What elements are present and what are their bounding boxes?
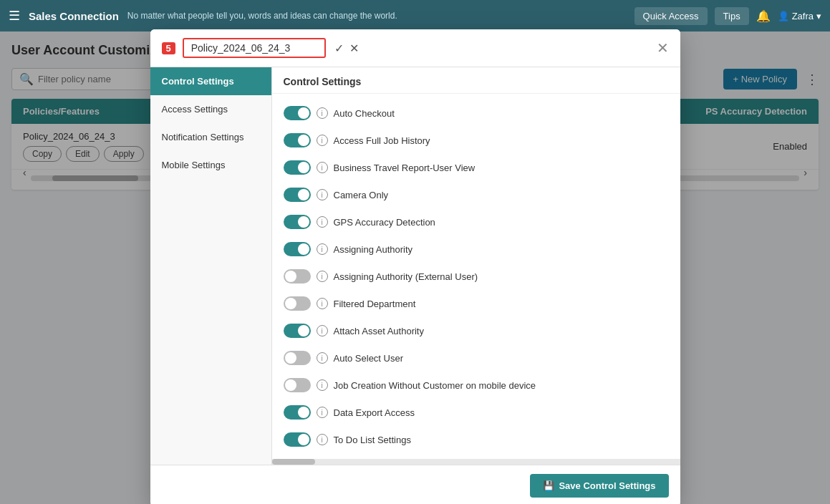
- label-assigning-authority: Assigning Authority: [334, 244, 413, 255]
- horizontal-scroll-thumb[interactable]: [272, 459, 315, 465]
- cancel-edit-icon[interactable]: ✕: [349, 42, 359, 55]
- toggle-camera-only[interactable]: [284, 188, 311, 202]
- toggle-data-export-access[interactable]: [284, 405, 311, 420]
- setting-assigning-authority-external: i Assigning Authority (External User): [272, 263, 680, 290]
- label-assigning-authority-external: Assigning Authority (External User): [334, 271, 478, 282]
- toggle-assigning-authority[interactable]: [284, 242, 311, 256]
- content-header: Control Settings: [272, 67, 680, 94]
- tagline: No matter what people tell you, words an…: [127, 11, 626, 21]
- tips-button[interactable]: Tips: [715, 7, 749, 25]
- info-assigning-authority[interactable]: i: [317, 243, 328, 255]
- modal-sidebar: Control Settings Access Settings Notific…: [150, 67, 272, 465]
- save-control-settings-button[interactable]: 💾 Save Control Settings: [530, 474, 668, 498]
- settings-list: i Auto Checkout i Access Full Job Histor…: [272, 94, 680, 459]
- brand-name: Sales Connection: [29, 10, 119, 22]
- toggle-attach-asset-authority[interactable]: [284, 324, 311, 338]
- info-access-full-job-history[interactable]: i: [317, 135, 328, 146]
- setting-auto-checkout: i Auto Checkout: [272, 100, 680, 127]
- user-avatar-icon: 👤: [778, 11, 789, 21]
- user-name: Zafra: [792, 11, 814, 21]
- toggle-assigning-authority-external[interactable]: [284, 269, 311, 284]
- modal-content-area: Control Settings i Auto Checkout i Acces…: [272, 67, 680, 465]
- tab-number-badge: 5: [162, 42, 175, 54]
- setting-camera-only: i Camera Only: [272, 181, 680, 208]
- sidebar-item-mobile[interactable]: Mobile Settings: [150, 151, 271, 179]
- label-data-export-access: Data Export Access: [334, 407, 415, 418]
- label-business-travel: Business Travel Report-User View: [334, 163, 476, 173]
- info-todo-list[interactable]: i: [317, 434, 328, 445]
- toggle-job-creation[interactable]: [284, 378, 311, 392]
- confirm-icon[interactable]: ✓: [334, 42, 344, 55]
- setting-attach-asset-authority: i Attach Asset Authority: [272, 317, 680, 344]
- label-todo-list: To Do List Settings: [334, 435, 411, 445]
- setting-assigning-authority: i Assigning Authority: [272, 236, 680, 263]
- notification-icon[interactable]: 🔔: [756, 9, 771, 23]
- user-dropdown-chevron: ▾: [816, 11, 821, 21]
- setting-job-creation: i Job Creation Without Customer on mobil…: [272, 372, 680, 399]
- label-access-full-job-history: Access Full Job History: [334, 135, 430, 146]
- label-filtered-department: Filtered Department: [334, 299, 416, 309]
- toggle-todo-list[interactable]: [284, 432, 311, 447]
- info-auto-checkout[interactable]: i: [317, 107, 328, 119]
- modal-footer: 💾 Save Control Settings: [150, 465, 680, 504]
- label-gps-accuracy: GPS Accuracy Detection: [334, 217, 435, 228]
- policy-modal: 5 ✓ ✕ ✕ Control Settings Access Settings…: [150, 29, 680, 504]
- info-gps-accuracy[interactable]: i: [317, 216, 328, 228]
- info-filtered-department[interactable]: i: [317, 298, 328, 309]
- page-background: User Account Customizatio... 🔍 + New Pol…: [0, 32, 830, 504]
- setting-auto-select-user: i Auto Select User: [272, 344, 680, 372]
- info-attach-asset-authority[interactable]: i: [317, 325, 328, 336]
- setting-gps-accuracy: i GPS Accuracy Detection: [272, 208, 680, 236]
- sidebar-item-notification[interactable]: Notification Settings: [150, 123, 271, 151]
- modal-body: Control Settings Access Settings Notific…: [150, 67, 680, 465]
- quick-access-button[interactable]: Quick Access: [634, 7, 708, 25]
- info-job-creation[interactable]: i: [317, 379, 328, 391]
- policy-title-input[interactable]: [183, 38, 326, 58]
- info-auto-select-user[interactable]: i: [317, 352, 328, 364]
- toggle-gps-accuracy[interactable]: [284, 215, 311, 229]
- modal-header: 5 ✓ ✕ ✕: [150, 29, 680, 67]
- toggle-auto-select-user[interactable]: [284, 351, 311, 365]
- setting-business-travel: i Business Travel Report-User View: [272, 154, 680, 181]
- info-business-travel[interactable]: i: [317, 162, 328, 173]
- toggle-access-full-job-history[interactable]: [284, 133, 311, 147]
- modal-overlay: 5 ✓ ✕ ✕ Control Settings Access Settings…: [0, 32, 830, 504]
- label-job-creation: Job Creation Without Customer on mobile …: [334, 380, 536, 391]
- toggle-filtered-department[interactable]: [284, 296, 311, 311]
- sidebar-item-control[interactable]: Control Settings: [150, 67, 271, 95]
- horizontal-scrollbar[interactable]: [272, 459, 680, 465]
- toggle-auto-checkout[interactable]: [284, 106, 311, 120]
- save-icon: 💾: [543, 480, 554, 491]
- setting-data-export-access: i Data Export Access: [272, 399, 680, 426]
- toggle-business-travel[interactable]: [284, 160, 311, 175]
- label-auto-checkout: Auto Checkout: [334, 108, 395, 119]
- modal-close-button[interactable]: ✕: [657, 39, 669, 57]
- sidebar-item-access[interactable]: Access Settings: [150, 95, 271, 123]
- setting-todo-list: i To Do List Settings: [272, 426, 680, 453]
- label-camera-only: Camera Only: [334, 190, 389, 200]
- topnav: ☰ Sales Connection No matter what people…: [0, 0, 830, 32]
- info-camera-only[interactable]: i: [317, 189, 328, 200]
- save-button-label: Save Control Settings: [559, 480, 655, 491]
- info-assigning-authority-external[interactable]: i: [317, 271, 328, 282]
- info-data-export-access[interactable]: i: [317, 407, 328, 418]
- setting-filtered-department: i Filtered Department: [272, 290, 680, 317]
- setting-access-full-job-history: i Access Full Job History: [272, 127, 680, 154]
- label-auto-select-user: Auto Select User: [334, 353, 404, 364]
- menu-icon[interactable]: ☰: [9, 8, 20, 24]
- user-menu[interactable]: 👤 Zafra ▾: [778, 11, 821, 21]
- label-attach-asset-authority: Attach Asset Authority: [334, 326, 424, 336]
